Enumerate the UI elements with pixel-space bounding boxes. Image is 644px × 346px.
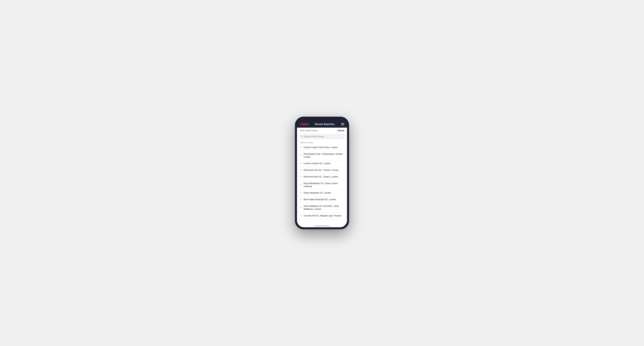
course-list-item[interactable]: North Middlesex GC (1011942 - North Midd… [297, 203, 347, 213]
course-list-item[interactable]: Dukes Meadows GC, London [297, 190, 347, 196]
svg-point-8 [301, 192, 301, 193]
location-pin-icon [300, 214, 302, 217]
course-name: Central London Golf Centre, London [304, 146, 338, 149]
notch-area [297, 119, 347, 121]
course-name: Roehampton Club - Roehampton, Greater Lo… [304, 153, 344, 159]
location-pin-icon [300, 184, 302, 186]
course-list-item[interactable]: Roehampton Club - Roehampton, Greater Lo… [297, 151, 347, 161]
search-box [299, 134, 345, 139]
find-title: Find a Golf Course [300, 129, 318, 132]
phone-screen: clippd Recent Searches Find a Golf Cours… [297, 119, 347, 227]
location-pin-icon [300, 206, 302, 209]
home-bar [314, 225, 330, 226]
nearby-label: Nearby courses [297, 140, 347, 144]
course-name: Richmond Park GC - Prince's, Surrey [304, 169, 338, 172]
course-name: Richmond Park GC - Duke's, London [304, 175, 338, 178]
app-logo: clippd [300, 122, 308, 126]
course-name: North Middlesex GC (1011942 - North Midd… [304, 205, 344, 211]
course-list-item[interactable]: Brent Valley Municipal GC, London [297, 196, 347, 203]
svg-point-11 [301, 215, 301, 216]
location-pin-icon [300, 175, 302, 178]
nav-title: Recent Searches [315, 123, 335, 126]
course-list-item[interactable]: Coombe Hill GC, Kingston upon Thames [297, 213, 347, 219]
home-indicator [297, 224, 347, 227]
svg-point-7 [301, 184, 301, 185]
search-icon [301, 135, 303, 138]
course-list-item[interactable]: Royal Wimbledon GC, Great London Authori… [297, 180, 347, 190]
svg-point-9 [301, 199, 301, 199]
search-input[interactable] [304, 135, 343, 138]
course-list-item[interactable]: Central London Golf Centre, London [297, 144, 347, 151]
nearby-section: Nearby courses Central London Golf Centr… [297, 140, 347, 224]
location-pin-icon [300, 198, 302, 201]
main-content: Find a Golf Course Cancel Nearby courses [297, 128, 347, 224]
find-header: Find a Golf Course Cancel [297, 128, 347, 133]
location-pin-icon [300, 169, 302, 172]
course-name: Royal Wimbledon GC, Great London Authori… [304, 182, 344, 188]
svg-point-3 [301, 155, 301, 156]
location-pin-icon [300, 192, 302, 194]
svg-point-5 [301, 170, 301, 170]
course-list: Central London Golf Centre, London Roeha… [297, 144, 347, 219]
menu-icon[interactable] [341, 123, 344, 125]
course-list-item[interactable]: London Scottish GC, London [297, 160, 347, 167]
course-list-item[interactable]: Richmond Park GC - Duke's, London [297, 173, 347, 180]
course-name: Brent Valley Municipal GC, London [304, 198, 336, 201]
course-name: Coombe Hill GC, Kingston upon Thames [304, 214, 342, 217]
course-name: London Scottish GC, London [304, 162, 330, 165]
phone-frame: clippd Recent Searches Find a Golf Cours… [295, 117, 349, 229]
location-pin-icon [300, 163, 302, 165]
cancel-button[interactable]: Cancel [338, 129, 344, 132]
location-pin-icon [300, 154, 302, 157]
svg-point-4 [301, 163, 301, 164]
svg-line-1 [302, 137, 303, 137]
svg-point-2 [301, 147, 301, 147]
course-name: Dukes Meadows GC, London [304, 191, 331, 194]
location-pin-icon [300, 146, 302, 149]
search-container [297, 133, 347, 140]
svg-point-10 [301, 207, 301, 207]
course-list-item[interactable]: Richmond Park GC - Prince's, Surrey [297, 167, 347, 173]
svg-point-6 [301, 176, 301, 177]
nav-bar: clippd Recent Searches [297, 121, 347, 128]
